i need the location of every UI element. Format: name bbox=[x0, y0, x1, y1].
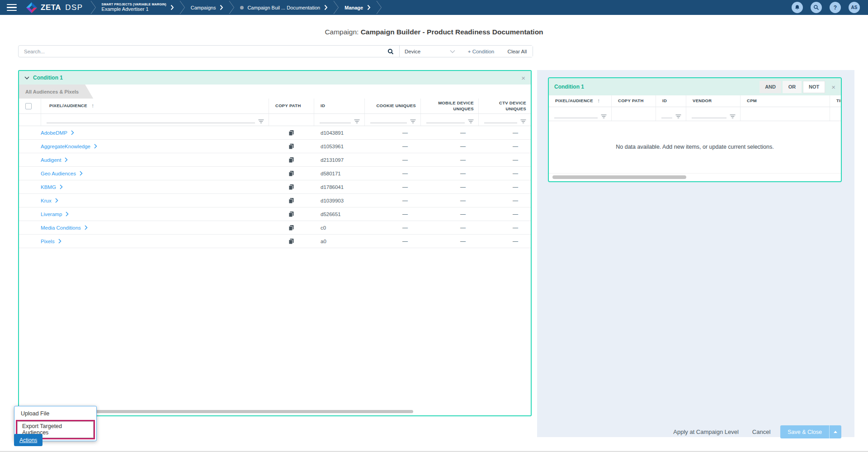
column-header-time[interactable]: TIM bbox=[830, 95, 842, 107]
expand-chevron-icon[interactable] bbox=[80, 171, 83, 176]
column-header-id[interactable]: ID bbox=[656, 95, 686, 107]
expand-chevron-icon[interactable] bbox=[55, 198, 58, 203]
actions-button[interactable]: Actions bbox=[14, 434, 42, 446]
save-options-caret[interactable] bbox=[830, 431, 841, 433]
add-condition-button[interactable]: + Condition bbox=[460, 46, 502, 57]
filter-icon[interactable] bbox=[258, 119, 264, 123]
table-row[interactable]: Krux d1039903 — — — bbox=[19, 194, 531, 207]
table-row[interactable]: Audigent d2131097 — — — bbox=[19, 153, 531, 167]
filter-icon[interactable] bbox=[410, 119, 416, 123]
user-avatar[interactable]: AS bbox=[849, 2, 860, 13]
copy-path-icon[interactable] bbox=[269, 238, 314, 245]
tab-all-audiences-pixels[interactable]: All Audiences & Pixels bbox=[19, 85, 93, 99]
table-row[interactable]: Liveramp d526651 — — — bbox=[19, 207, 531, 221]
breadcrumb-campaigns[interactable]: Campaigns bbox=[188, 5, 226, 10]
audience-group-link[interactable]: AdobeDMP bbox=[41, 130, 269, 136]
operator-or-button[interactable]: OR bbox=[783, 81, 802, 93]
filter-icon[interactable] bbox=[520, 119, 526, 123]
expand-chevron-icon[interactable] bbox=[85, 225, 88, 230]
audience-group-link[interactable]: Media Conditions bbox=[41, 225, 269, 231]
audience-group-link[interactable]: KBMG bbox=[41, 184, 269, 190]
apply-at-campaign-level-link[interactable]: Apply at Campaign Level bbox=[673, 428, 739, 435]
copy-path-icon[interactable] bbox=[269, 170, 314, 177]
column-header-mobile-device-uniques[interactable]: MOBILE DEVICE UNIQUES bbox=[420, 99, 478, 113]
condition-panel-header[interactable]: Condition 1 × bbox=[19, 71, 531, 85]
horizontal-scrollbar-thumb[interactable] bbox=[42, 410, 413, 413]
filter-icon[interactable] bbox=[675, 114, 681, 118]
filter-icon[interactable] bbox=[468, 119, 474, 123]
global-search-icon[interactable] bbox=[811, 2, 822, 13]
column-header-id[interactable]: ID bbox=[314, 99, 364, 113]
copy-path-icon[interactable] bbox=[269, 130, 314, 136]
filter-cell-id[interactable] bbox=[656, 107, 686, 121]
copy-path-icon[interactable] bbox=[269, 225, 314, 231]
column-header-cookie-uniques[interactable]: COOKIE UNIQUES bbox=[364, 99, 420, 113]
filter-cell-ctv-uniques[interactable] bbox=[478, 114, 531, 126]
sort-ascending-icon[interactable]: ↑ bbox=[91, 103, 94, 110]
hamburger-menu-icon[interactable] bbox=[7, 4, 17, 11]
search-icon[interactable] bbox=[387, 48, 394, 55]
filter-cell-pixel-audience[interactable] bbox=[41, 114, 269, 126]
filter-cell-cookie-uniques[interactable] bbox=[364, 114, 420, 126]
audience-group-link[interactable]: AggregateKnowledge bbox=[41, 144, 269, 149]
column-header-vendor[interactable]: VENDOR bbox=[686, 95, 740, 107]
cancel-button[interactable]: Cancel bbox=[752, 428, 770, 435]
column-header-ctv-device-uniques[interactable]: CTV DEVICE UNIQUES bbox=[478, 99, 531, 113]
device-dropdown[interactable]: Device bbox=[399, 46, 460, 57]
notifications-bell-icon[interactable] bbox=[792, 2, 803, 13]
operator-and-button[interactable]: AND bbox=[760, 81, 781, 93]
collapse-chevron-icon[interactable] bbox=[24, 76, 29, 80]
audience-group-link[interactable]: Liveramp bbox=[41, 212, 269, 217]
table-row[interactable]: Geo Audiences d580171 — — — bbox=[19, 167, 531, 180]
expand-chevron-icon[interactable] bbox=[60, 184, 63, 189]
expand-chevron-icon[interactable] bbox=[66, 212, 69, 217]
chevron-right-icon[interactable] bbox=[367, 5, 371, 10]
filter-icon[interactable] bbox=[354, 119, 360, 123]
chevron-right-icon[interactable] bbox=[324, 5, 328, 10]
horizontal-scrollbar-thumb[interactable] bbox=[552, 175, 686, 179]
column-header-pixel-audience[interactable]: PIXEL/AUDIENCE ↑ bbox=[549, 95, 611, 107]
close-icon[interactable]: × bbox=[521, 75, 525, 81]
table-row[interactable]: Media Conditions c0 — — — bbox=[19, 221, 531, 235]
copy-path-icon[interactable] bbox=[269, 211, 314, 217]
column-header-copy-path[interactable]: COPY PATH bbox=[611, 95, 656, 107]
filter-cell-pixel-audience[interactable] bbox=[549, 107, 611, 121]
copy-path-icon[interactable] bbox=[269, 198, 314, 204]
expand-chevron-icon[interactable] bbox=[94, 144, 97, 149]
table-row[interactable]: KBMG d1786041 — — — bbox=[19, 180, 531, 194]
expand-chevron-icon[interactable] bbox=[71, 130, 74, 135]
breadcrumb-manage[interactable]: Manage bbox=[342, 5, 373, 10]
breadcrumb-campaign-builder[interactable]: Campaign Buil ... Documentation bbox=[237, 5, 330, 10]
filter-icon[interactable] bbox=[601, 114, 607, 118]
table-row[interactable]: AggregateKnowledge d1053961 — — — bbox=[19, 140, 531, 153]
zeta-dsp-logo[interactable]: ZETA DSP bbox=[26, 2, 83, 14]
table-row[interactable]: Pixels a0 — — — bbox=[19, 235, 531, 248]
sort-ascending-icon[interactable]: ↑ bbox=[597, 98, 600, 105]
table-row[interactable]: AdobeDMP d1043891 — — — bbox=[19, 126, 531, 140]
chevron-right-icon[interactable] bbox=[220, 5, 223, 10]
search-input[interactable] bbox=[24, 49, 387, 54]
save-close-button[interactable]: Save & Close bbox=[780, 429, 829, 435]
audience-group-link[interactable]: Audigent bbox=[41, 157, 269, 163]
chevron-right-icon[interactable] bbox=[170, 5, 174, 10]
filter-icon[interactable] bbox=[730, 114, 736, 118]
audience-group-link[interactable]: Geo Audiences bbox=[41, 171, 269, 176]
column-header-pixel-audience[interactable]: PIXEL/AUDIENCE ↑ bbox=[41, 99, 269, 113]
audience-group-link[interactable]: Krux bbox=[41, 198, 269, 203]
select-all-checkbox[interactable] bbox=[25, 103, 32, 109]
expand-chevron-icon[interactable] bbox=[58, 239, 61, 244]
filter-cell-vendor[interactable] bbox=[686, 107, 740, 121]
help-icon[interactable]: ? bbox=[830, 2, 841, 13]
filter-cell-mobile-uniques[interactable] bbox=[420, 114, 478, 126]
menu-item-upload-file[interactable]: Upload File bbox=[14, 409, 96, 420]
column-header-cpm[interactable]: CPM bbox=[740, 95, 830, 107]
copy-path-icon[interactable] bbox=[269, 143, 314, 150]
audience-group-link[interactable]: Pixels bbox=[41, 239, 269, 244]
copy-path-icon[interactable] bbox=[269, 157, 314, 163]
expand-chevron-icon[interactable] bbox=[65, 157, 68, 162]
filter-cell-id[interactable] bbox=[314, 114, 364, 126]
breadcrumb-advertiser[interactable]: SMART PROJECTS (VARIABLE MARGIN) Example… bbox=[99, 3, 177, 13]
operator-not-button[interactable]: NOT bbox=[803, 81, 825, 93]
column-header-copy-path[interactable]: COPY PATH bbox=[269, 99, 314, 113]
copy-path-icon[interactable] bbox=[269, 184, 314, 190]
